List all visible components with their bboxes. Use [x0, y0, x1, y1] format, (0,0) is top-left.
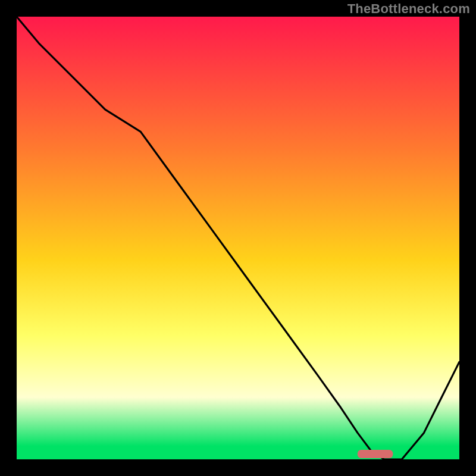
optimum-marker: [358, 450, 393, 458]
chart-frame: { "watermark": "TheBottleneck.com", "col…: [0, 0, 476, 476]
chart-svg: [0, 0, 476, 476]
watermark-text: TheBottleneck.com: [347, 1, 470, 17]
plot-area: [17, 17, 459, 459]
